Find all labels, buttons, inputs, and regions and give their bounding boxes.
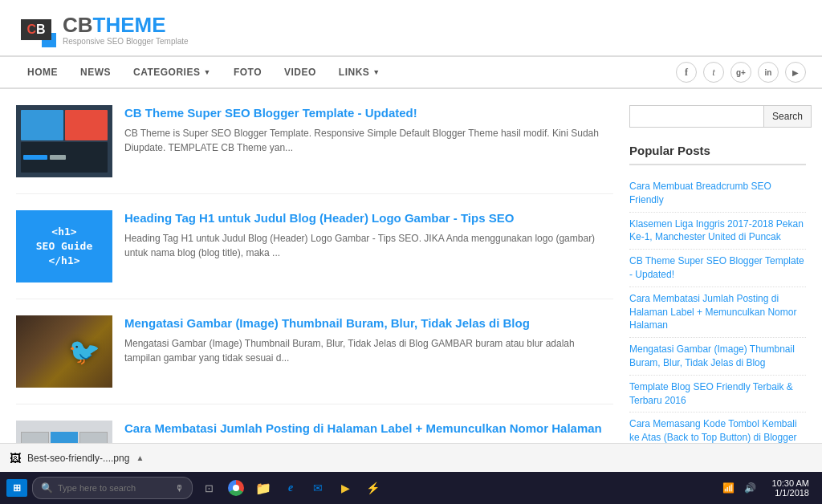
categories-dropdown-arrow: ▼ <box>203 68 210 76</box>
taskbar-explorer-icon[interactable]: 📁 <box>252 477 275 499</box>
search-input[interactable] <box>629 105 764 128</box>
system-tray: 📶 🔊 <box>719 481 759 495</box>
popular-post-link[interactable]: Cara Memasang Kode Tombol Kembali ke Ata… <box>629 417 806 445</box>
list-item: Template Blog SEO Friendly Terbaik & Ter… <box>629 376 806 413</box>
download-filename: Best-seo-friendly-....png <box>27 453 129 464</box>
code-line-1: <h1> <box>51 225 76 239</box>
download-bar: 🖼 Best-seo-friendly-....png ▲ <box>0 443 822 472</box>
nav-news[interactable]: NEWS <box>69 57 122 87</box>
list-item: Mengatasi Gambar (Image) Thumbnail Buram… <box>629 338 806 376</box>
popular-posts-title: Popular Posts <box>629 144 806 165</box>
nav-links[interactable]: LINKS ▼ <box>328 57 392 87</box>
content-area: CB Theme Super SEO Blogger Template - Up… <box>0 89 822 504</box>
post-title[interactable]: Mengatasi Gambar (Image) Thumbnail Buram… <box>124 315 613 331</box>
youtube-icon[interactable]: ▶ <box>785 62 806 83</box>
google-plus-icon[interactable]: g+ <box>730 62 751 83</box>
navigation-bar: HOME NEWS CATEGORIES ▼ FOTO VIDEO LINKS … <box>0 56 822 89</box>
taskbar-clock: 10:30 AM 1/1/2018 <box>766 478 816 498</box>
nav-menu: HOME NEWS CATEGORIES ▼ FOTO VIDEO LINKS … <box>16 57 392 87</box>
post-item: CB Theme Super SEO Blogger Template - Up… <box>16 105 613 194</box>
popular-post-link[interactable]: Mengatasi Gambar (Image) Thumbnail Buram… <box>629 343 806 370</box>
post-thumbnail: <h1> SEO Guide </h1> <box>16 210 112 282</box>
popular-post-link[interactable]: Cara Membatasi Jumlah Posting di Halaman… <box>629 292 806 332</box>
taskbar-search-icon: 🔍 <box>41 482 53 494</box>
post-content: Heading Tag H1 untuk Judul Blog (Header)… <box>124 210 613 282</box>
taskbar-browser2-icon[interactable]: e <box>279 477 302 499</box>
popular-post-link[interactable]: Template Blog SEO Friendly Terbaik & Ter… <box>629 380 806 408</box>
code-line-3: </h1> <box>48 254 79 268</box>
facebook-icon[interactable]: f <box>676 62 697 83</box>
task-view-icon[interactable]: ⊡ <box>197 477 220 499</box>
taskbar-search-box[interactable]: 🔍 🎙 <box>32 477 193 499</box>
file-icon: 🖼 <box>10 452 21 465</box>
nav-foto[interactable]: FOTO <box>222 57 273 87</box>
nav-home[interactable]: HOME <box>16 57 69 87</box>
list-item: Cara Membatasi Jumlah Posting di Halaman… <box>629 287 806 338</box>
taskbar-mail-icon[interactable]: ✉ <box>307 477 329 499</box>
list-item: CB Theme Super SEO Blogger Template - Up… <box>629 250 806 287</box>
post-excerpt: Heading Tag H1 untuk Judul Blog (Header)… <box>124 231 613 260</box>
mic-icon: 🎙 <box>175 483 184 493</box>
search-button[interactable]: Search <box>764 105 812 128</box>
post-item: <h1> SEO Guide </h1> Heading Tag H1 untu… <box>16 210 613 299</box>
taskbar-search-input[interactable] <box>58 483 170 493</box>
taskbar-right-area: 📶 🔊 10:30 AM 1/1/2018 <box>719 478 816 498</box>
nav-categories[interactable]: CATEGORIES ▼ <box>122 57 222 87</box>
post-thumbnail: 🐦 <box>16 315 112 388</box>
post-title[interactable]: Heading Tag H1 untuk Judul Blog (Header)… <box>124 210 613 226</box>
post-item: 🐦 Mengatasi Gambar (Image) Thumbnail Bur… <box>16 315 613 404</box>
twitter-icon[interactable]: t <box>703 62 724 83</box>
logo-theme-text: THEME <box>93 13 166 37</box>
list-item: Cara Membuat Breadcrumb SEO Friendly <box>629 175 806 213</box>
taskbar: ⊞ 🔍 🎙 ⊡ 📁 e ✉ ▶ ⚡ 📶 🔊 10:30 AM 1/1/2018 <box>0 472 822 504</box>
taskbar-media-icon[interactable]: ▶ <box>334 477 356 499</box>
site-logo[interactable]: CB CBTHEME Responsive SEO Blogger Templa… <box>16 12 189 47</box>
popular-post-link[interactable]: Cara Membuat Breadcrumb SEO Friendly <box>629 180 806 207</box>
search-form: Search <box>629 105 806 128</box>
network-icon: 📶 <box>719 481 738 495</box>
taskbar-chrome-icon[interactable] <box>225 477 247 499</box>
popular-post-link[interactable]: CB Theme Super SEO Blogger Template - Up… <box>629 254 806 282</box>
links-dropdown-arrow: ▼ <box>372 68 380 76</box>
social-links: f t g+ in ▶ <box>676 62 806 83</box>
popular-posts-list: Cara Membuat Breadcrumb SEO Friendly Kla… <box>629 175 806 449</box>
logo-tagline: Responsive SEO Blogger Template <box>63 37 189 46</box>
post-title[interactable]: CB Theme Super SEO Blogger Template - Up… <box>124 105 613 121</box>
post-title[interactable]: Cara Membatasi Jumlah Posting di Halaman… <box>124 421 613 437</box>
post-content: CB Theme Super SEO Blogger Template - Up… <box>124 105 613 177</box>
logo-cb-text: CB <box>63 13 93 37</box>
nav-video[interactable]: VIDEO <box>273 57 328 87</box>
taskbar-extra-icon[interactable]: ⚡ <box>361 477 384 499</box>
post-excerpt: CB Theme is Super SEO Blogger Template. … <box>124 126 613 155</box>
post-excerpt: Mengatasi Gambar (Image) Thumbnail Buram… <box>124 336 613 365</box>
volume-icon: 🔊 <box>741 481 759 495</box>
code-line-2: SEO Guide <box>36 239 92 254</box>
windows-start-button[interactable]: ⊞ <box>6 479 27 497</box>
download-chevron-icon[interactable]: ▲ <box>136 453 144 462</box>
linkedin-icon[interactable]: in <box>758 62 779 83</box>
list-item: Klasemen Liga Inggris 2017-2018 Pekan Ke… <box>629 213 806 250</box>
popular-post-link[interactable]: Klasemen Liga Inggris 2017-2018 Pekan Ke… <box>629 217 806 245</box>
post-thumbnail <box>16 105 112 177</box>
post-content: Mengatasi Gambar (Image) Thumbnail Buram… <box>124 315 613 388</box>
